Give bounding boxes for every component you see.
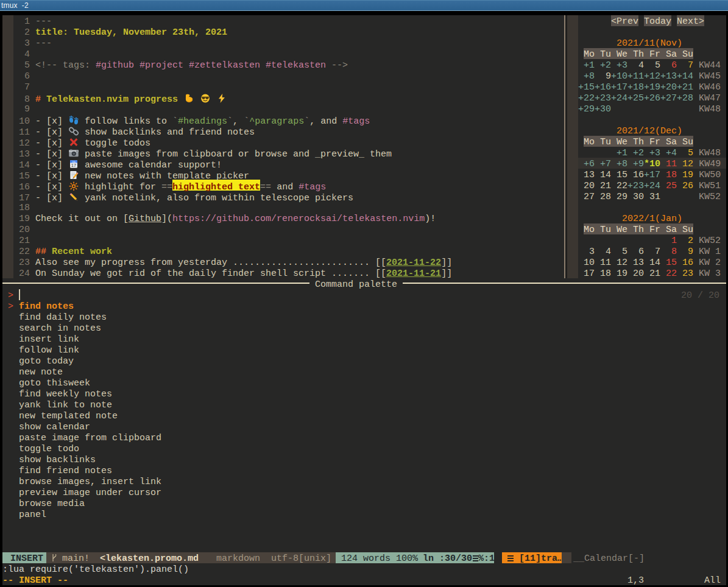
svg-text:17: 17 [71,163,76,168]
